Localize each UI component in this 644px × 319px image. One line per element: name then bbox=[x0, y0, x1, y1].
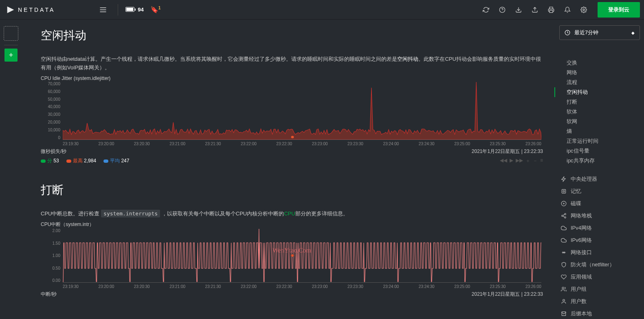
svg-rect-11 bbox=[563, 191, 565, 192]
left-rail: + bbox=[0, 20, 22, 65]
sidebar-subitem[interactable]: ipc信号量 bbox=[561, 146, 640, 156]
svg-point-14 bbox=[565, 213, 566, 215]
sidebar-category[interactable]: 中央处理器 bbox=[561, 173, 640, 185]
sidebar-category[interactable]: 网络接口 bbox=[561, 246, 640, 259]
sidebar-category[interactable]: 磁碟 bbox=[561, 197, 640, 210]
chart2-yaxis: 2.001.501.000.500.00 bbox=[41, 229, 62, 283]
svg-point-13 bbox=[563, 203, 564, 204]
menu-icon[interactable] bbox=[96, 2, 110, 17]
chart2-timestamp: 2021年1月22日星期五 | 23:22:33 bbox=[472, 291, 543, 298]
login-button[interactable]: 登录到云 bbox=[598, 2, 640, 18]
sidebar-category[interactable]: IPv6网络 bbox=[561, 234, 640, 246]
sidebar-subitem[interactable]: ipc共享内存 bbox=[561, 156, 640, 166]
app-header: NETDATA 94 🔖1 登录到云 bbox=[0, 0, 644, 20]
section-interrupts-desc: CPU中断总数。进行检查 system.interrupts ，以获取有关每个中… bbox=[41, 209, 543, 218]
main-content: 空闲抖动 空闲抖动由netdata计算。产生一个线程，请求休眠几微秒。当系统将其… bbox=[22, 20, 553, 319]
section-idle-jitter-desc: 空闲抖动由netdata计算。产生一个线程，请求休眠几微秒。当系统将其唤醒时，它… bbox=[41, 55, 543, 72]
chevron-down-icon: ◆ bbox=[631, 31, 635, 35]
svg-line-18 bbox=[563, 216, 565, 217]
sidebar-category[interactable]: IPv4网络 bbox=[561, 222, 640, 234]
sidebar-subitem[interactable]: 交换 bbox=[561, 58, 640, 68]
time-range-picker[interactable]: 最近7分钟 ◆ bbox=[559, 25, 640, 40]
sidebar-subitem[interactable]: 软体 bbox=[561, 107, 640, 117]
svg-point-15 bbox=[562, 215, 563, 217]
header-separator bbox=[118, 4, 118, 16]
sidebar-subitem[interactable]: 打断 bbox=[561, 97, 640, 107]
svg-point-6 bbox=[583, 9, 585, 11]
legend-item[interactable]: 平均 247 bbox=[103, 157, 129, 164]
sidebar-category[interactable]: 后缀本地 bbox=[561, 308, 640, 319]
sidebar-category[interactable]: 记忆 bbox=[561, 185, 640, 197]
battery-value: 94 bbox=[138, 7, 143, 13]
right-sidebar: 交换网络流程空闲抖动打断软体软网熵正常运行时间ipc信号量ipc共享内存 中央处… bbox=[554, 42, 644, 319]
gear-icon[interactable] bbox=[576, 2, 591, 17]
sidebar-subitem[interactable]: 网络 bbox=[561, 68, 640, 78]
brand-text: NETDATA bbox=[18, 7, 55, 13]
section-interrupts-title: 打断 bbox=[41, 182, 543, 198]
section-idle-jitter-title: 空闲抖动 bbox=[41, 28, 543, 43]
node-placeholder[interactable] bbox=[4, 26, 18, 41]
chart2-xaxis: 23:19:3023:20:0023:20:3023:21:0023:21:30… bbox=[63, 284, 541, 290]
svg-point-16 bbox=[565, 217, 566, 218]
header-actions: 登录到云 bbox=[479, 2, 640, 18]
left-separator bbox=[4, 45, 18, 45]
sidebar-category[interactable]: 用户数 bbox=[561, 295, 640, 308]
sidebar-category[interactable]: 网络堆栈 bbox=[561, 210, 640, 222]
sidebar-category[interactable]: 用户组 bbox=[561, 283, 640, 295]
sidebar-category[interactable]: 防火墙（netfilter） bbox=[561, 259, 640, 271]
chart1-controls[interactable]: ◀◀▶▶▶＋－≡ bbox=[500, 157, 543, 164]
legend-item[interactable]: 最高 2,984 bbox=[66, 157, 96, 164]
upload-icon[interactable] bbox=[528, 2, 542, 17]
refresh-icon[interactable] bbox=[479, 2, 493, 17]
sidebar-subitem[interactable]: 空闲抖动 bbox=[554, 87, 640, 97]
battery-indicator: 94 🔖1 bbox=[125, 6, 160, 13]
download-icon[interactable] bbox=[511, 2, 526, 17]
chart2-title: CPU中断（system.intr） bbox=[41, 221, 543, 228]
chart-interrupts[interactable]: WenYtao.Com 2.001.501.000.500.00 23:19:3… bbox=[41, 229, 543, 290]
chart2-unit: 中断/秒 bbox=[41, 291, 57, 298]
chart1-title: CPU Idle Jitter (system.idlejitter) bbox=[41, 75, 543, 81]
category-nav: 中央处理器记忆磁碟网络堆栈IPv4网络IPv6网络网络接口防火墙（netfilt… bbox=[561, 173, 640, 319]
clock-icon bbox=[565, 30, 570, 35]
time-range-label: 最近7分钟 bbox=[574, 29, 598, 36]
sidebar-subitem[interactable]: 软网 bbox=[561, 117, 640, 126]
add-node-button[interactable]: + bbox=[4, 49, 18, 62]
svg-rect-10 bbox=[562, 189, 565, 193]
sidebar-subitem[interactable]: 熵 bbox=[561, 126, 640, 136]
bell-icon[interactable] bbox=[560, 2, 575, 17]
warn-badge[interactable]: 🔖1 bbox=[150, 6, 161, 13]
svg-point-12 bbox=[561, 201, 566, 206]
battery-icon bbox=[125, 7, 134, 12]
subsection-nav: 交换网络流程空闲抖动打断软体软网熵正常运行时间ipc信号量ipc共享内存 bbox=[561, 58, 640, 166]
sidebar-subitem[interactable]: 流程 bbox=[561, 78, 640, 87]
svg-point-8 bbox=[291, 136, 294, 138]
sidebar-subitem[interactable]: 正常运行时间 bbox=[561, 136, 640, 146]
print-icon[interactable] bbox=[544, 2, 558, 17]
help-icon[interactable] bbox=[495, 2, 510, 17]
chart1-legend: 分 53最高 2,984平均 247 ◀◀▶▶▶＋－≡ bbox=[41, 157, 543, 164]
svg-point-20 bbox=[562, 287, 564, 289]
chart1-xaxis: 23:19:3023:20:0023:20:3023:21:0023:21:30… bbox=[63, 142, 541, 147]
chart1-yaxis: 70,00060,00050,00040,00030,00020,00010,0… bbox=[41, 82, 62, 140]
chart1-unit: 微秒损失/秒 bbox=[41, 148, 66, 155]
chart1-timestamp: 2021年1月22日星期五 | 23:22:33 bbox=[472, 148, 543, 155]
svg-line-17 bbox=[563, 215, 565, 215]
svg-point-9 bbox=[291, 255, 294, 257]
legend-item[interactable]: 分 53 bbox=[41, 157, 59, 164]
brand-logo[interactable]: NETDATA bbox=[7, 6, 55, 14]
sidebar-category[interactable]: 应用领域 bbox=[561, 271, 640, 283]
chart-idle-jitter[interactable]: 70,00060,00050,00040,00030,00020,00010,0… bbox=[41, 82, 543, 147]
svg-rect-5 bbox=[549, 10, 553, 12]
svg-point-21 bbox=[563, 299, 565, 301]
